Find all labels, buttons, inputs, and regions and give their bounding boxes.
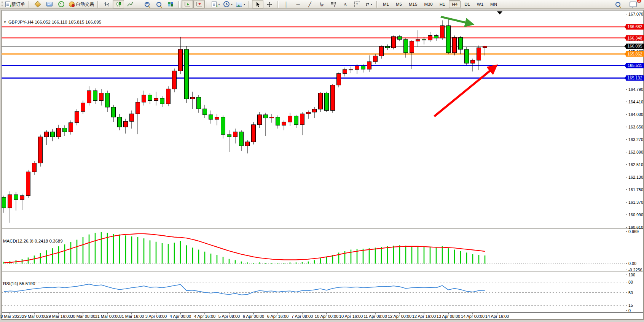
timeframe-M15[interactable]: M15 xyxy=(406,0,420,8)
macd-tick: 0.00 xyxy=(628,261,636,266)
templates-button[interactable]: ▾ xyxy=(234,0,247,8)
text-label-icon: T xyxy=(354,2,360,7)
search-button[interactable] xyxy=(612,0,623,8)
price-tick: 164.410 xyxy=(628,100,643,104)
new-order-label: 新订单 xyxy=(11,1,25,8)
price-badge-165.132: 165.132 xyxy=(624,75,644,81)
svg-text:165.511: 165.511 xyxy=(628,63,642,68)
date-label: 28 Mar 2023 xyxy=(0,314,22,319)
tile-windows-button[interactable] xyxy=(165,0,176,8)
zoom-out-button[interactable]: - xyxy=(153,0,164,8)
autotrading-button[interactable]: 自动交易 xyxy=(67,0,96,8)
rsi-tick: 0 xyxy=(628,308,631,313)
chart-background xyxy=(2,10,644,320)
zoom-in-icon: + xyxy=(145,2,150,7)
svg-text:165.132: 165.132 xyxy=(627,76,642,80)
horizontal-line-button[interactable]: ─ xyxy=(292,0,304,8)
price-tick: 163.270 xyxy=(628,137,643,142)
price-tick: 162.890 xyxy=(628,150,643,154)
notification-badge: 1 xyxy=(637,0,641,3)
candle xyxy=(185,46,189,103)
signals-button[interactable] xyxy=(56,0,67,8)
signal-icon xyxy=(58,1,64,7)
crosshair-icon xyxy=(267,2,273,7)
date-label: 10 Apr 16:00 xyxy=(339,314,363,319)
new-chart-button[interactable]: +▾ xyxy=(210,0,222,8)
date-label: 6 Apr 16:00 xyxy=(267,314,289,319)
fibonacci-icon: F xyxy=(331,2,336,6)
timeframe-M30[interactable]: M30 xyxy=(421,0,435,8)
rsi-tick: 50 xyxy=(628,290,633,295)
equidistant-channel-button[interactable]: ∥E xyxy=(316,0,327,8)
candlestick-chart-button[interactable] xyxy=(113,0,124,8)
arrows-tool-icon: ⇄ xyxy=(365,2,369,6)
timeframe-H1[interactable]: H1 xyxy=(437,0,448,8)
date-label: 12 Apr 16:00 xyxy=(412,314,436,319)
date-label: 7 Apr 08:00 xyxy=(292,314,313,319)
candle xyxy=(252,122,256,144)
price-chart[interactable]: 167.070166.690166.310165.930165.550165.1… xyxy=(0,9,644,322)
expand-triangle-icon[interactable]: ▼ xyxy=(3,21,6,24)
chevron-down-icon: ▾ xyxy=(231,3,233,6)
trendline-icon: ╱ xyxy=(308,2,311,7)
auto-scroll-button[interactable] xyxy=(182,0,193,8)
price-badge-166.682: 166.682 xyxy=(624,24,644,30)
price-tick: 164.790 xyxy=(628,87,643,92)
new-chart-icon: + xyxy=(212,2,217,7)
timeframe-group: M1M5M15M30H1H4D1W1MN xyxy=(380,0,500,8)
candle xyxy=(319,92,323,112)
svg-text:166.095: 166.095 xyxy=(627,44,642,48)
rsi-tick: 15 xyxy=(628,303,633,308)
tile-windows-icon xyxy=(168,2,173,6)
candle xyxy=(166,86,171,106)
price-badge-166.348: 166.348 xyxy=(624,35,644,41)
timeframe-M1[interactable]: M1 xyxy=(380,0,392,8)
toolbar-grip[interactable] xyxy=(2,1,3,7)
periods-button[interactable]: ▾ xyxy=(222,0,234,8)
svg-text:166.682: 166.682 xyxy=(627,24,642,29)
fibonacci-button[interactable]: F xyxy=(328,0,339,8)
text-button[interactable]: A xyxy=(340,0,351,8)
date-label: 14 Apr 16:00 xyxy=(485,314,509,319)
timeframe-MN[interactable]: MN xyxy=(487,0,500,8)
zoom-in-button[interactable]: + xyxy=(141,0,153,8)
expert-advisors-button[interactable] xyxy=(44,0,55,8)
autotrading-label: 自动交易 xyxy=(76,1,94,8)
date-label: 6 Apr 00:00 xyxy=(243,314,264,319)
text-label-button[interactable]: T xyxy=(351,0,363,8)
price-tick: 161.370 xyxy=(628,200,643,205)
candle xyxy=(465,47,469,65)
cursor-arrow-icon xyxy=(255,2,260,7)
market-depth-button[interactable] xyxy=(32,0,43,8)
separator xyxy=(29,1,30,8)
timeframe-M5[interactable]: M5 xyxy=(393,0,405,8)
bar-chart-button[interactable] xyxy=(101,0,112,8)
macd-indicator-label: MACD(12,26,9) 0.2418 0.3689 xyxy=(3,239,63,243)
date-label: 14 Apr 00:00 xyxy=(461,314,485,319)
timeframe-D1[interactable]: D1 xyxy=(461,0,473,8)
auto-scroll-icon xyxy=(184,2,191,7)
price-tick: 163.650 xyxy=(628,125,643,129)
arrows-tool-button[interactable]: ⇄▾ xyxy=(363,0,375,8)
candle xyxy=(325,92,329,112)
line-chart-button[interactable] xyxy=(124,0,136,8)
crosshair-button[interactable] xyxy=(264,0,275,8)
timeframe-W1[interactable]: W1 xyxy=(474,0,486,8)
rsi-indicator-label: RSI(14) 55.5190 xyxy=(3,281,35,286)
notifications-button[interactable]: 1 xyxy=(627,0,639,8)
line-chart-icon xyxy=(127,2,134,7)
svg-text:166.348: 166.348 xyxy=(627,36,642,40)
price-tick: 167.070 xyxy=(628,12,643,16)
trendline-button[interactable]: ╱ xyxy=(304,0,316,8)
cursor-button[interactable] xyxy=(252,0,263,8)
rsi-tick: 80 xyxy=(628,280,633,284)
date-label: 31 Mar 16:00 xyxy=(120,314,144,319)
separator xyxy=(207,1,208,8)
separator xyxy=(178,1,180,8)
candle xyxy=(75,109,79,125)
channel-icon: ∥E xyxy=(319,1,324,8)
timeframe-H4[interactable]: H4 xyxy=(449,0,461,8)
chart-shift-button[interactable] xyxy=(193,0,205,8)
vertical-line-button[interactable]: │ xyxy=(281,0,292,8)
new-order-button[interactable]: + 新订单 xyxy=(4,0,27,8)
